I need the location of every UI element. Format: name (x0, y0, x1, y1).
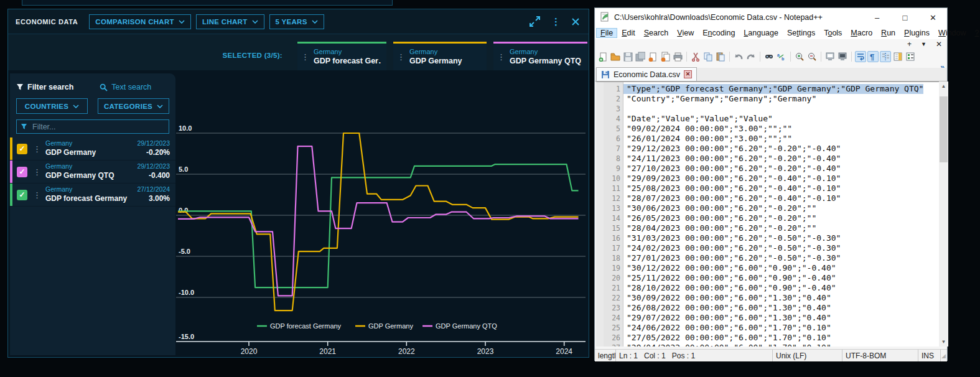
line-number: 19 (604, 263, 623, 273)
selected-series-card[interactable]: ⋮GermanyGDP Germany (393, 42, 487, 70)
kebab-icon[interactable]: ⋮ (33, 167, 41, 177)
chart-style-dropdown[interactable]: LINE CHART (196, 14, 264, 29)
menu-view[interactable]: View (673, 28, 698, 38)
zoom-out-icon[interactable] (806, 51, 818, 62)
resize-grip[interactable]: ◢ (941, 353, 947, 359)
toolbar-separator (851, 52, 852, 62)
countries-dropdown[interactable]: COUNTRIES (16, 98, 88, 114)
cut-icon[interactable] (690, 51, 701, 62)
line-number: 16 (604, 233, 623, 243)
zoom-in-icon[interactable] (794, 51, 805, 62)
series-list-item[interactable]: ✓⋮GermanyGDP Germany QTQ29/12/2023-0.400 (10, 161, 175, 184)
doc-map-icon[interactable] (892, 51, 903, 62)
close-file-icon[interactable] (647, 51, 658, 62)
series-list-item[interactable]: ✓⋮GermanyGDP Germany29/12/2023-0.20% (10, 137, 175, 161)
tab-filter-search[interactable]: Filter search (16, 83, 73, 91)
menu-plugins[interactable]: Plugins (900, 28, 934, 38)
kebab-icon[interactable]: ⋮ (551, 16, 561, 27)
series-checkbox[interactable]: ✓ (17, 144, 27, 154)
selected-series-card[interactable]: ⋮GermanyGDP forecast Ger… (297, 42, 386, 70)
sync-horizontal-icon[interactable] (837, 51, 848, 62)
series-checkbox[interactable]: ✓ (17, 190, 27, 200)
new-file-icon[interactable] (597, 51, 609, 62)
scroll-up-icon[interactable]: ▲ (939, 81, 948, 91)
close-all-icon[interactable] (660, 51, 671, 62)
economic-data-window: ECONOMIC DATA COMPARISON CHART LINE CHAR… (7, 9, 589, 358)
line-number: 1 (604, 84, 623, 94)
paste-icon[interactable] (715, 51, 726, 62)
series-checkbox[interactable]: ✓ (17, 167, 27, 177)
menu-search[interactable]: Search (640, 28, 673, 38)
editor[interactable]: 1"Type";"GDP forecast Germany";"GDP Germ… (596, 81, 939, 347)
categories-dropdown[interactable]: CATEGORIES (98, 98, 169, 114)
menu-macro[interactable]: Macro (846, 28, 877, 38)
series-country: Germany (45, 185, 137, 194)
notepad-app-icon (600, 12, 610, 24)
kebab-icon[interactable]: ⋮ (33, 190, 41, 200)
csv-line: 3 (596, 104, 939, 114)
time-range-dropdown[interactable]: 5 YEARS (269, 14, 324, 29)
kebab-icon[interactable]: ⋮ (33, 144, 41, 154)
line-text: "30/06/2023 00:00:00";"6.20";"-0.20";"" (623, 203, 816, 213)
line-text: "30/12/2022 00:00:00";"6.00";"0.90";"-0.… (623, 263, 836, 273)
function-list-icon[interactable] (905, 51, 916, 62)
word-wrap-icon[interactable] (855, 51, 866, 62)
tab-economic-data-csv[interactable]: Economic Data.csv ✕ (596, 67, 697, 81)
csv-line: 20"25/11/2022 00:00:00";"6.00";"0.90";"-… (596, 273, 939, 283)
line-text: "28/04/2023 00:00:00";"6.20";"-0.20";"" (623, 223, 816, 233)
indent-guide-icon[interactable] (880, 51, 891, 62)
line-text: "28/07/2023 00:00:00";"6.20";"-0.40";"-0… (623, 193, 841, 203)
close-icon[interactable] (571, 17, 580, 26)
show-all-chars-icon[interactable]: ¶ (867, 51, 879, 62)
add-tab-icon[interactable]: + (907, 40, 912, 49)
sync-vertical-icon[interactable] (824, 51, 836, 62)
save-icon[interactable] (622, 51, 633, 62)
find-icon[interactable] (763, 51, 775, 62)
save-all-icon[interactable] (635, 51, 646, 62)
undo-icon[interactable] (733, 51, 744, 62)
scroll-down-icon[interactable]: ▼ (939, 337, 948, 347)
tab-list-icon[interactable]: ▼ (921, 41, 926, 47)
kebab-icon[interactable]: ⋮ (397, 52, 405, 62)
line-number: 21 (604, 283, 623, 293)
tab-text-search[interactable]: Text search (100, 83, 151, 91)
kebab-icon[interactable]: ⋮ (497, 52, 505, 62)
menu-encoding[interactable]: Encoding (698, 28, 739, 38)
menu-run[interactable]: Run (877, 28, 900, 38)
kebab-icon[interactable]: ⋮ (301, 52, 309, 62)
tab-close-icon[interactable]: ✕ (684, 70, 692, 78)
status-insert-mode: INS (918, 350, 941, 361)
filter-input[interactable] (31, 122, 165, 132)
menu-[interactable]: ? (971, 28, 980, 38)
series-list-item[interactable]: ✓⋮GermanyGDP forecast Germany27/12/20243… (10, 184, 175, 207)
print-icon[interactable] (672, 51, 683, 62)
minimize-button[interactable]: – (863, 8, 891, 27)
redo-icon[interactable] (745, 51, 757, 62)
open-folder-icon[interactable] (610, 51, 621, 62)
line-number: 3 (604, 104, 623, 114)
scrollbar-thumb[interactable] (940, 96, 948, 162)
vertical-scrollbar[interactable]: ▲ ▼ (939, 81, 948, 347)
menu-edit[interactable]: Edit (617, 28, 640, 38)
titlebar[interactable]: C:\Users\kohlra\Downloads\Economic Data.… (595, 8, 947, 27)
x-tick-label: 2020 (241, 347, 258, 356)
maximize-button[interactable]: □ (891, 8, 919, 27)
copy-icon[interactable] (702, 51, 714, 62)
replace-icon[interactable]: ab (776, 51, 787, 62)
status-encoding: UTF-8-BOM (842, 350, 918, 361)
expand-icon[interactable] (529, 16, 541, 27)
line-text: "31/03/2023 00:00:00";"6.20";"-0.50";"-0… (623, 233, 841, 243)
line-number: 23 (604, 303, 623, 313)
close-tab-icon[interactable]: ✕ (936, 40, 942, 49)
csv-line: 11"25/08/2023 00:00:00";"6.20";"-0.40";"… (596, 184, 939, 193)
menu-settings[interactable]: Settings (783, 28, 819, 38)
menu-tools[interactable]: Tools (819, 28, 846, 38)
line-number: 24 (604, 313, 623, 323)
csv-line: 13"30/06/2023 00:00:00";"6.20";"-0.20";"… (596, 203, 939, 213)
menu-window[interactable]: Window (934, 28, 970, 38)
close-button[interactable]: ✕ (919, 8, 947, 27)
selected-series-card[interactable]: ⋮GermanyGDP Germany QTQ (493, 42, 587, 70)
chart-type-dropdown[interactable]: COMPARISON CHART (89, 14, 191, 29)
menu-file[interactable]: File (596, 28, 617, 38)
menu-language[interactable]: Language (739, 28, 783, 38)
